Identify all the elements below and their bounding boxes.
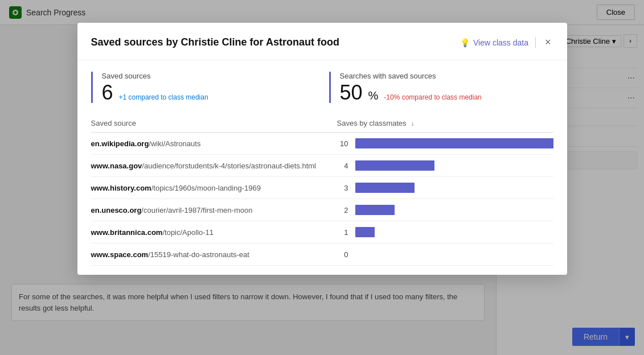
source-url: www.space.com/15519-what-do-astronauts-e… [91, 250, 337, 259]
view-class-label: View class data [473, 38, 528, 47]
col-source-header: Saved source [91, 119, 337, 127]
saved-sources-value-row: 6 +1 compared to class median [102, 82, 315, 103]
table-row: en.wikipedia.org/wiki/Astronauts 10 [91, 133, 553, 155]
saved-sources-stat: Saved sources 6 +1 compared to class med… [91, 72, 315, 103]
source-url: en.unesco.org/courier/avril-1987/first-m… [91, 206, 337, 214]
source-url: www.nasa.gov/audience/forstudents/k-4/st… [91, 162, 337, 170]
saves-count: 3 [337, 184, 348, 192]
saves-col: 0 [337, 249, 553, 259]
col-saves-header: Saves by classmates ↓ [337, 119, 553, 127]
bar-fill [355, 160, 434, 171]
saves-col: 4 [337, 160, 553, 171]
table-row: www.nasa.gov/audience/forstudents/k-4/st… [91, 155, 553, 177]
sources-table: Saved source Saves by classmates ↓ en.wi… [77, 114, 567, 275]
bar-fill [355, 227, 375, 237]
table-row: www.history.com/topics/1960s/moon-landin… [91, 177, 553, 199]
saved-sources-label: Saved sources [102, 72, 315, 80]
source-url: www.history.com/topics/1960s/moon-landin… [91, 184, 337, 192]
saves-label: Saves by classmates [337, 119, 407, 127]
modal-stats: Saved sources 6 +1 compared to class med… [77, 60, 567, 114]
bar-fill [355, 138, 553, 148]
modal-header: Saved sources by Christie Cline for Astr… [77, 23, 567, 60]
bar-container [355, 249, 553, 259]
table-row: www.space.com/15519-what-do-astronauts-e… [91, 243, 553, 266]
source-url: en.wikipedia.org/wiki/Astronauts [91, 139, 337, 148]
header-divider [535, 37, 536, 48]
bar-fill [355, 183, 415, 193]
table-header: Saved source Saves by classmates ↓ [91, 114, 553, 133]
saves-col: 1 [337, 227, 553, 237]
modal-dialog: Saved sources by Christie Cline for Astr… [77, 23, 567, 275]
saves-count: 4 [337, 162, 348, 170]
saves-col: 2 [337, 205, 553, 215]
saves-count: 0 [337, 250, 348, 259]
modal-overlay: Saved sources by Christie Cline for Astr… [0, 0, 644, 355]
bar-container [355, 227, 553, 237]
source-url: www.britannica.com/topic/Apollo-11 [91, 228, 337, 237]
table-row: www.britannica.com/topic/Apollo-11 1 [91, 221, 553, 243]
searches-saved-comparison: -10% compared to class median [384, 93, 481, 101]
saved-sources-value: 6 [102, 82, 113, 103]
table-row: en.unesco.org/courier/avril-1987/first-m… [91, 199, 553, 221]
modal-title: Saved sources by Christie Cline for Astr… [91, 36, 339, 48]
table-body: en.wikipedia.org/wiki/Astronauts 10 www.… [91, 133, 553, 266]
saves-count: 10 [337, 139, 348, 148]
bar-container [355, 183, 553, 193]
bar-fill [355, 205, 395, 215]
modal-header-actions: 💡 View class data × [460, 34, 553, 51]
percent-symbol: % [368, 89, 379, 102]
bar-container [355, 138, 553, 148]
saves-count: 1 [337, 228, 348, 237]
searches-saved-label: Searches with saved sources [340, 72, 553, 80]
saves-col: 10 [337, 138, 553, 148]
lightbulb-icon: 💡 [460, 38, 470, 47]
searches-saved-stat: Searches with saved sources 50 % -10% co… [329, 72, 553, 103]
searches-saved-value: 50 [340, 82, 363, 103]
sort-icon[interactable]: ↓ [411, 119, 415, 127]
searches-saved-value-row: 50 % -10% compared to class median [340, 82, 553, 103]
saves-count: 2 [337, 206, 348, 214]
bar-container [355, 160, 553, 171]
modal-close-button[interactable]: × [543, 34, 553, 51]
bar-container [355, 205, 553, 215]
view-class-data-link[interactable]: 💡 View class data [460, 38, 528, 47]
saved-sources-comparison: +1 compared to class median [119, 93, 208, 101]
saves-col: 3 [337, 183, 553, 193]
